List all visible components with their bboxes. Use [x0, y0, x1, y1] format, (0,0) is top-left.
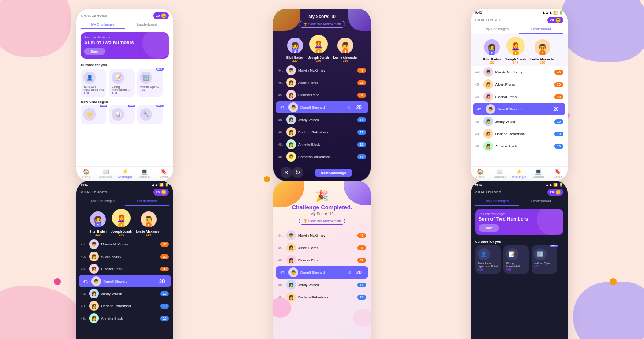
tab-leaderboard-1[interactable]: Leaderboard — [125, 21, 169, 29]
lb-row-4-2: 45. 👩 Eleanor Pena 30 — [76, 263, 173, 275]
lb-pts-2-4: 10 — [357, 117, 366, 122]
challenge-card-6-0[interactable]: 👤 Take User Input and Print +10 — [475, 245, 501, 274]
nav-saved-3[interactable]: 🔖Saved — [548, 169, 568, 178]
top3-3-score-3rd: 210 — [540, 61, 545, 64]
card-icon-1-1: 📝 — [112, 72, 124, 84]
top3-3-avatar-1st: 👑 👩‍🦰 1 — [506, 37, 525, 55]
phone-6-header: CHALLENGES 20 😊 — [471, 188, 568, 197]
nav-challenges-3[interactable]: ⚡Challenges — [509, 169, 529, 178]
lb-avatar-2-2: 👩 — [286, 90, 296, 100]
tab-my-challenges-1[interactable]: My Challenges — [81, 21, 125, 29]
bottom-actions-2: ✕ ↻ Next Challenge — [273, 167, 371, 178]
cc-lb-row-5-3: 47. 👨 Darrell Steward +2 20 — [276, 266, 368, 279]
new-card-icon-1-2: 🔧 — [140, 108, 152, 121]
tab-my-challenges-6[interactable]: My Challenges — [475, 197, 519, 206]
challenge-card-1-1[interactable]: 📝 String Manipulatio... +30 — [109, 69, 135, 97]
close-btn-2[interactable]: ✕ — [281, 167, 292, 178]
top3-avatar-1st: 👑 👩‍🦰 1 — [309, 35, 328, 53]
next-challenge-btn-2[interactable]: Next Challenge — [315, 169, 352, 177]
challenges-title-6: CHALLENGES — [475, 190, 502, 194]
phone-cell-4: 9:41 ▲▲ 📶 🔋 CHALLENGES 20 😊 My Challenge… — [26, 181, 224, 339]
lb-avatar-4-4: 👩 — [89, 289, 99, 298]
card-label-6-1: String Manipulatio... — [506, 262, 526, 268]
tab-leaderboard-4[interactable]: Leaderboard — [125, 197, 169, 206]
new-card-1-2[interactable]: NEW 🔧 — [137, 105, 163, 124]
status-bar-4: 9:41 ▲▲ 📶 🔋 — [76, 181, 173, 188]
tab-my-challenges-4[interactable]: My Challenges — [81, 197, 125, 206]
lb-pts-2-1: 30 — [357, 80, 366, 85]
lb-avatar-2-0: 👦 — [286, 65, 296, 75]
lb-row-3-2: 45. 👩 Eleanor Pena 30 — [471, 90, 568, 103]
lb-avatar-2-3: 👨 — [288, 102, 298, 112]
cc-title-5: Challenge Completed. — [278, 204, 366, 211]
top3-3-3rd: 👨 3 Leslie Alexander 210 — [530, 39, 554, 64]
top3-4-avatar-1st: 👑 👩‍🦰 1 — [112, 209, 131, 227]
top3-4-1st: 👑 👩‍🦰 1 Joseph Jonah 240 — [111, 209, 132, 236]
new-card-1-1[interactable]: NEW 📊 — [109, 105, 135, 124]
tab-my-challenges-3[interactable]: My Challenges — [475, 25, 519, 34]
resume-label-1: Resume challenge: — [84, 36, 165, 39]
top3-3-avatar-3rd: 👨 3 — [535, 39, 550, 55]
top3-2nd: 👩 2 Bibri Baden 220 — [286, 38, 303, 62]
lb-avatar-2-5: 👩 — [286, 127, 296, 137]
score-badge-3: 20 😊 — [547, 17, 563, 23]
nav-home-1[interactable]: 🏠Home — [76, 169, 96, 178]
challenge-cards-1: 👤 Take User Input and Print +10 📝 String… — [76, 68, 173, 98]
tab-bar-4: My Challenges Leaderboard — [81, 197, 169, 206]
cc-lb-row-5-2: 45. 👩 Eleanor Pena 30 — [273, 254, 371, 266]
top3-3rd: 👨 3 Leslie Alexander 210 — [333, 38, 357, 62]
nav-examples-3[interactable]: 📖Examples — [490, 169, 509, 178]
lb-avatar-4-1: 👩 — [89, 252, 99, 261]
tab-leaderboard-3[interactable]: Leaderboard — [519, 25, 563, 34]
top3-name-2nd: Bibri Baden — [286, 56, 303, 59]
lb-pts-2-0: 40 — [357, 68, 366, 73]
phone-4-header: CHALLENGES 20 😊 — [76, 188, 173, 197]
lb-row-4-1: 45. 👩 Albert Flores 30 — [76, 250, 173, 263]
top3-3-name-1st: Joseph Jonah — [505, 58, 526, 61]
top3-3-2nd: 👩 2 Bibri Baden 220 — [483, 39, 501, 64]
refresh-btn-2[interactable]: ↻ — [292, 167, 303, 178]
cc-share-btn-5[interactable]: 🏆 Share this Achievement — [299, 218, 346, 225]
nav-challenges-1[interactable]: ⚡Challenges — [115, 169, 135, 178]
tab-bar-3: My Challenges Leaderboard — [475, 25, 563, 34]
lb-row-2-3: 47. 👨 Darrell Steward +2 20 — [276, 101, 368, 113]
nav-home-3[interactable]: 🏠Home — [471, 169, 490, 178]
nav-compiler-1[interactable]: 💻Compiler — [135, 169, 154, 178]
card-label-1-1: String Manipulatio... — [112, 85, 132, 91]
top3-3-avatar-2nd: 👩 2 — [484, 39, 500, 55]
curated-title-1: Curated for you — [76, 61, 173, 68]
new-card-icon-1-0: ⭐ — [83, 108, 96, 121]
card-icon-6-2: 🔢 — [534, 248, 547, 260]
challenge-card-1-2[interactable]: NEW 🔢 Arithm Oper... +20 — [137, 69, 163, 97]
lb-pts-2-7: 10 — [357, 154, 366, 159]
nav-examples-1[interactable]: 📖Examples — [96, 169, 115, 178]
rank-badge-2nd: 2 — [292, 48, 298, 53]
score-badge-4: 20 😊 — [153, 189, 169, 196]
lb-avatar-3-1: 👩 — [483, 79, 493, 89]
lb-pts-2-5: 10 — [357, 130, 366, 135]
lb-row-4-0: 44. 👦 Marvin McKinney 40 — [76, 238, 173, 250]
phone-cell-6: 9:41 ▲▲ 📶 🔋 CHALLENGES 20 😊 My Challenge… — [420, 181, 618, 339]
share-btn-2[interactable]: 🏆 Share this Achievement — [299, 21, 346, 28]
challenge-card-1-0[interactable]: 👤 Take User Input and Print +10 — [81, 69, 106, 97]
top3-4-name-1st: Joseph Jonah — [111, 230, 132, 233]
lb-rows-2: 44. 👦 Marvin McKinney 40 45. 👩 Albert Fl… — [273, 64, 371, 163]
challenge-card-6-1[interactable]: 📝 String Manipulatio... +30 — [503, 245, 529, 274]
top3-4-score-3rd: 210 — [146, 233, 151, 236]
card-points-6-2: +20 — [534, 265, 554, 268]
start-button-1[interactable]: Start — [84, 48, 105, 55]
phone-cell-1: CHALLENGES 20 😊 My Challenges Leaderboar… — [26, 9, 224, 181]
nav-saved-1[interactable]: 🔖Saved — [154, 169, 173, 178]
lb-pts-2-6: 10 — [357, 142, 366, 147]
new-badge-1-1: NEW — [128, 105, 136, 107]
rank-badge-1st: 1 — [315, 48, 322, 53]
tab-leaderboard-6[interactable]: Leaderboard — [519, 197, 563, 206]
lb-avatar-4-0: 👦 — [89, 239, 99, 249]
card-icon-1-0: 👤 — [83, 72, 96, 84]
nav-compiler-3[interactable]: 💻Compiler — [529, 169, 548, 178]
lb-avatar-3-0: 👦 — [483, 67, 493, 77]
start-button-6[interactable]: Start — [479, 224, 499, 232]
new-card-1-0[interactable]: NEW ⭐ — [81, 105, 106, 124]
lb-pts-2-3: 20 — [354, 104, 364, 110]
challenge-card-6-2[interactable]: NEW 🔢 Arithm Oper... +20 — [532, 245, 557, 274]
